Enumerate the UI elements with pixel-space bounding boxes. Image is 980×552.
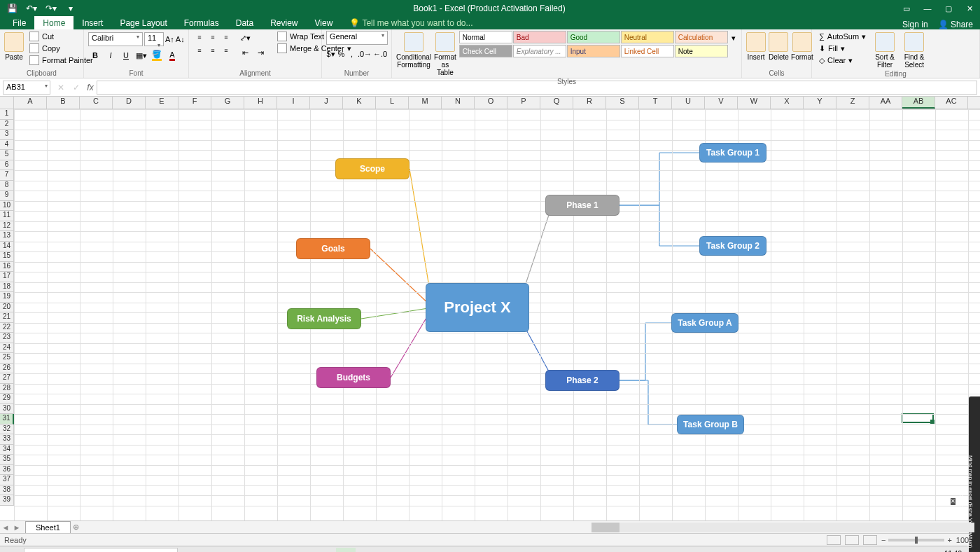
underline-button[interactable]: U: [119, 48, 133, 62]
row-header[interactable]: 37: [0, 475, 14, 485]
tab-formulas[interactable]: Formulas: [176, 16, 227, 29]
row-header[interactable]: 34: [0, 445, 14, 455]
sign-in-link[interactable]: Sign in: [902, 20, 928, 29]
explorer-icon[interactable]: 📁: [246, 548, 266, 553]
row-header[interactable]: 12: [0, 221, 14, 232]
decrease-indent-icon[interactable]: ⇤: [238, 46, 252, 60]
tab-home[interactable]: Home: [34, 16, 74, 29]
sheet-tab-1[interactable]: Sheet1: [25, 521, 71, 533]
mindmap-node-goals[interactable]: Goals: [296, 238, 370, 259]
accounting-format-icon[interactable]: $▾: [326, 47, 335, 61]
maximize-button[interactable]: ▢: [938, 0, 959, 17]
style-cell[interactable]: Bad: [513, 31, 566, 43]
mindmap-node-tga[interactable]: Task Group A: [671, 313, 738, 333]
mindmap-node-tg2[interactable]: Task Group 2: [699, 236, 766, 256]
row-header[interactable]: 26: [0, 364, 14, 374]
increase-decimal-icon[interactable]: .0→: [358, 47, 372, 61]
increase-indent-icon[interactable]: ⇥: [253, 46, 267, 60]
col-header[interactable]: Z: [836, 97, 869, 109]
cortana-icon[interactable]: ◯: [179, 548, 199, 553]
chrome-icon[interactable]: 🔵: [224, 548, 244, 553]
horizontal-scrollbar[interactable]: [592, 523, 974, 532]
autosum-button[interactable]: ∑ AutoSum ▾: [816, 31, 869, 42]
name-box[interactable]: AB31: [3, 81, 50, 95]
row-header[interactable]: 3: [0, 130, 14, 140]
style-cell[interactable]: Neutral: [621, 31, 674, 43]
style-cell[interactable]: Good: [567, 31, 620, 43]
powerbi-icon[interactable]: ▮: [291, 548, 311, 553]
tab-review[interactable]: Review: [262, 16, 306, 29]
col-header[interactable]: K: [343, 97, 376, 109]
decrease-decimal-icon[interactable]: ←.0: [373, 47, 387, 61]
sort-filter-button[interactable]: Sort & Filter: [872, 31, 898, 69]
col-header[interactable]: C: [80, 97, 113, 109]
mindmap-node-center[interactable]: Project X: [426, 283, 529, 332]
zoom-slider[interactable]: − +: [881, 536, 952, 544]
new-sheet-button[interactable]: ⊕: [71, 523, 82, 532]
row-header[interactable]: 28: [0, 384, 14, 394]
tab-data[interactable]: Data: [227, 16, 262, 29]
tab-insert[interactable]: Insert: [74, 16, 111, 29]
style-cell[interactable]: Linked Cell: [621, 45, 674, 57]
zoom-out-icon[interactable]: −: [881, 536, 886, 544]
row-header[interactable]: 38: [0, 485, 14, 496]
row-header[interactable]: 25: [0, 353, 14, 364]
col-header[interactable]: W: [738, 97, 771, 109]
col-header[interactable]: X: [771, 97, 804, 109]
increase-font-icon[interactable]: A↑: [165, 32, 174, 46]
col-header[interactable]: N: [442, 97, 475, 109]
taskbar-search[interactable]: 🔍Type here to search: [24, 548, 178, 553]
page-layout-view-button[interactable]: [845, 535, 859, 545]
row-header[interactable]: 13: [0, 231, 14, 242]
redo-icon[interactable]: ↷▾: [43, 1, 59, 16]
page-break-view-button[interactable]: [863, 535, 877, 545]
tab-page-layout[interactable]: Page Layout: [111, 16, 175, 29]
widget-close-icon[interactable]: ✕: [951, 498, 955, 505]
row-header[interactable]: 17: [0, 272, 14, 282]
row-header[interactable]: 10: [0, 201, 14, 212]
alignment-grid[interactable]: ≡≡≡≡≡≡: [193, 31, 232, 68]
col-header[interactable]: O: [475, 97, 507, 109]
clear-button[interactable]: ◇ Clear ▾: [816, 55, 869, 66]
font-size-select[interactable]: 11: [144, 32, 164, 46]
normal-view-button[interactable]: [827, 535, 841, 545]
select-all-corner[interactable]: [0, 97, 14, 109]
fill-button[interactable]: ⬇ Fill ▾: [816, 43, 869, 54]
row-header[interactable]: 14: [0, 242, 14, 252]
row-header[interactable]: 6: [0, 160, 14, 171]
style-cell[interactable]: Check Cell: [459, 45, 512, 57]
decrease-font-icon[interactable]: A↓: [176, 32, 185, 46]
taskbar-clock[interactable]: 11:42 19-08-2021: [926, 550, 962, 553]
number-format-select[interactable]: General: [326, 31, 388, 45]
italic-button[interactable]: I: [104, 48, 118, 62]
slack-icon[interactable]: ✱: [269, 548, 288, 553]
mindmap-node-phase2[interactable]: Phase 2: [545, 370, 620, 391]
col-header[interactable]: A: [14, 97, 47, 109]
mindmap-node-risk[interactable]: Risk Analysis: [287, 308, 361, 329]
tab-view[interactable]: View: [307, 16, 342, 29]
cancel-formula-icon[interactable]: ✕: [57, 83, 64, 92]
col-header[interactable]: F: [178, 97, 211, 109]
conditional-formatting-button[interactable]: Conditional Formatting: [396, 31, 431, 76]
col-header[interactable]: J: [310, 97, 343, 109]
styles-more-icon[interactable]: ▾: [731, 31, 737, 45]
qat-customize-icon[interactable]: ▾: [63, 1, 78, 16]
row-header[interactable]: 11: [0, 211, 14, 221]
save-icon[interactable]: 💾: [4, 1, 20, 16]
col-header[interactable]: V: [705, 97, 738, 109]
mindmap-node-scope[interactable]: Scope: [335, 158, 410, 179]
mindmap-node-phase1[interactable]: Phase 1: [545, 195, 620, 216]
row-header[interactable]: 35: [0, 455, 14, 465]
row-header[interactable]: 15: [0, 251, 14, 262]
enter-formula-icon[interactable]: ✓: [73, 83, 80, 92]
orientation-icon[interactable]: ⤢▾: [238, 31, 252, 45]
row-header[interactable]: 39: [0, 495, 14, 506]
mindmap-node-budgets[interactable]: Budgets: [316, 367, 391, 388]
row-header[interactable]: 31: [0, 414, 14, 425]
close-button[interactable]: ✕: [959, 0, 980, 17]
col-header[interactable]: U: [672, 97, 705, 109]
row-header[interactable]: 30: [0, 404, 14, 415]
find-select-button[interactable]: Find & Select: [901, 31, 927, 69]
row-header[interactable]: 24: [0, 343, 14, 354]
mindmap-node-tgb[interactable]: Task Group B: [677, 415, 744, 434]
